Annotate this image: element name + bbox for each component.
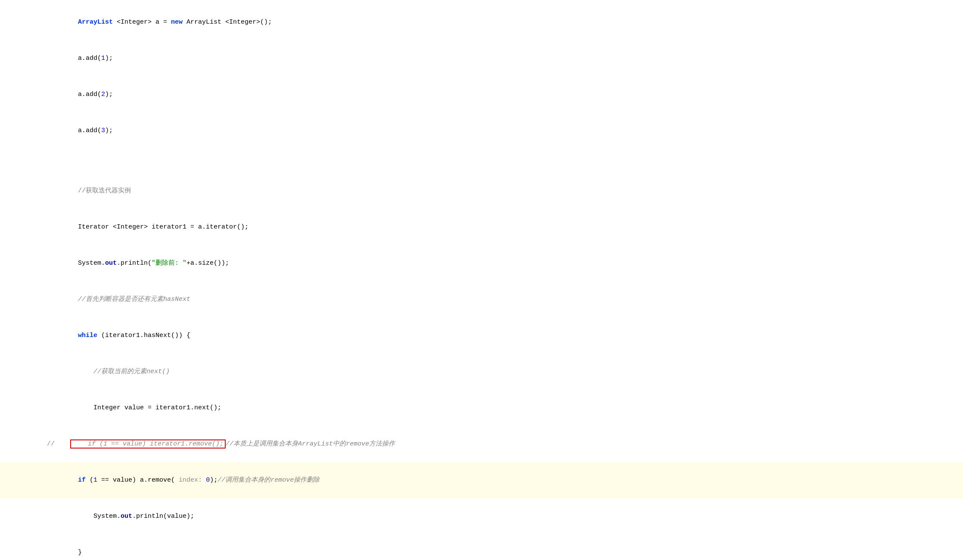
code-line-12: //获取当前的元素next() xyxy=(0,354,963,390)
code-line-13: Integer value = iterator1.next(); xyxy=(0,390,963,426)
line-content-3: a.add(2); xyxy=(22,77,963,113)
code-line-16: System.out.println(value); xyxy=(0,498,963,535)
line-content-10: //首先判断容器是否还有元素hasNext xyxy=(22,282,963,318)
code-line-4: a.add(3); xyxy=(0,113,963,149)
line-content-6 xyxy=(22,161,963,173)
line-content-8: Iterator <Integer> iterator1 = a.iterato… xyxy=(22,209,963,245)
line-content-4: a.add(3); xyxy=(22,113,963,149)
code-line-6 xyxy=(0,161,963,173)
editor-area: ArrayList <Integer> a = new ArrayList <I… xyxy=(0,0,963,560)
code-line-17: } xyxy=(0,535,963,560)
line-content-7: //获取迭代器实例 xyxy=(22,173,963,209)
code-line-10: //首先判断容器是否还有元素hasNext xyxy=(0,282,963,318)
code-line-2: a.add(1); xyxy=(0,40,963,77)
line-content-1: ArrayList <Integer> a = new ArrayList <I… xyxy=(22,4,963,40)
line-content-13: Integer value = iterator1.next(); xyxy=(22,390,963,426)
code-line-8: Iterator <Integer> iterator1 = a.iterato… xyxy=(0,209,963,245)
code-line-9: System.out.println("删除前: "+a.size()); xyxy=(0,245,963,282)
line-content-11: while (iterator1.hasNext()) { xyxy=(22,318,963,354)
line-content-16: System.out.println(value); xyxy=(22,498,963,535)
line-content-14: // if (1 == value) iterator1.remove();//… xyxy=(22,426,963,462)
line-content-2: a.add(1); xyxy=(22,40,963,77)
code-line-7: //获取迭代器实例 xyxy=(0,173,963,209)
line-content-17: } xyxy=(22,535,963,560)
line-content-15: if (1 == value) a.remove( index: 0);//调用… xyxy=(22,462,963,498)
code-line-1: ArrayList <Integer> a = new ArrayList <I… xyxy=(0,4,963,40)
code-line-15: if (1 == value) a.remove( index: 0);//调用… xyxy=(0,462,963,498)
code-line-14: // if (1 == value) iterator1.remove();//… xyxy=(0,426,963,462)
code-line-11: while (iterator1.hasNext()) { xyxy=(0,318,963,354)
line-content-12: //获取当前的元素next() xyxy=(22,354,963,390)
line-content-9: System.out.println("删除前: "+a.size()); xyxy=(22,245,963,282)
code-line-3: a.add(2); xyxy=(0,77,963,113)
line-content-5 xyxy=(22,149,963,161)
code-line-5 xyxy=(0,149,963,161)
